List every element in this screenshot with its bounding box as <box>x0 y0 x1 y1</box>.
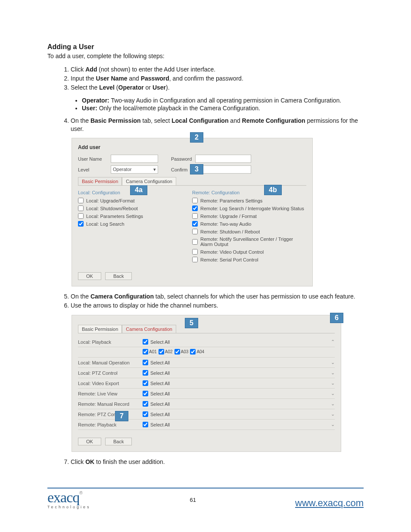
select-all[interactable]: Select All <box>143 339 170 345</box>
tab-basic-permission-2[interactable]: Basic Permission <box>78 325 122 333</box>
confirm-input[interactable] <box>195 165 251 174</box>
perm-local-upgrade[interactable]: Local: Upgrade/Format <box>78 198 192 203</box>
expand-icon[interactable]: ⌄ <box>331 360 335 365</box>
row-remote-record: Remote: Manual RecordSelect All⌄ <box>78 399 335 409</box>
tab-basic-permission[interactable]: Basic Permission <box>78 177 122 185</box>
exacq-link[interactable]: www.exacq.com <box>295 498 364 508</box>
perm-local-params[interactable]: Local: Parameters Settings <box>78 213 192 219</box>
checkbox[interactable] <box>192 239 198 245</box>
checkbox[interactable] <box>78 198 84 203</box>
chan-a01[interactable]: A01 <box>143 349 157 355</box>
exacq-logo: exacq® Technologies <box>47 491 91 509</box>
checkbox[interactable] <box>78 221 84 227</box>
tab-camera-configuration-2[interactable]: Camera Configuration <box>122 325 176 333</box>
row-label: Remote: Playback <box>78 422 143 427</box>
checkbox[interactable] <box>174 349 180 355</box>
perm-remote-serial[interactable]: Remote: Serial Port Control <box>192 257 306 262</box>
perm-label: Remote: Video Output Control <box>200 249 264 255</box>
bold: Camera Configuration <box>90 293 154 300</box>
expand-icon[interactable]: ⌄ <box>331 411 335 417</box>
checkbox[interactable] <box>192 229 198 234</box>
select-all[interactable]: Select All <box>143 370 170 376</box>
perm-remote-audio[interactable]: Remote: Two-way Audio <box>192 221 306 227</box>
chan-label: A04 <box>196 349 204 354</box>
select-all[interactable]: Select All <box>143 391 170 396</box>
checkbox[interactable] <box>143 339 148 345</box>
checkbox[interactable] <box>78 213 84 219</box>
select-all[interactable]: Select All <box>143 411 170 417</box>
checkbox[interactable] <box>192 198 198 203</box>
step-2: Input the User Name and Password, and co… <box>71 75 364 83</box>
bold: Remote Configuration <box>242 117 305 124</box>
checkbox[interactable] <box>192 205 198 211</box>
select-all[interactable]: Select All <box>143 360 170 365</box>
username-input[interactable] <box>111 155 158 163</box>
perm-remote-notify[interactable]: Remote: Notify Surveillance Center / Tri… <box>192 236 306 247</box>
bold: Operator <box>118 84 144 91</box>
back-button[interactable]: Back <box>105 272 132 280</box>
expand-icon[interactable]: ⌄ <box>331 380 335 386</box>
expand-icon[interactable]: ⌄ <box>331 422 335 427</box>
expand-icon[interactable]: ⌄ <box>331 370 335 376</box>
checkbox[interactable] <box>143 422 148 427</box>
callout-6: 6 <box>330 313 343 323</box>
level-value: Operator <box>113 167 131 172</box>
checkbox[interactable] <box>192 221 198 227</box>
perm-local-shutdown[interactable]: Local: Shutdown/Reboot <box>78 205 192 211</box>
checkbox[interactable] <box>190 349 196 355</box>
checkbox[interactable] <box>143 391 148 396</box>
username-label: User Name <box>78 156 111 162</box>
checkbox[interactable] <box>192 213 198 219</box>
step-3: Select the Level (Operator or User). <box>71 84 364 92</box>
checkbox[interactable] <box>192 249 198 255</box>
perm-remote-shutdown[interactable]: Remote: Shutdown / Reboot <box>192 229 306 234</box>
perm-remote-params[interactable]: Remote: Parameters Settings <box>192 198 306 203</box>
select-all[interactable]: Select All <box>143 380 170 386</box>
select-all-label: Select All <box>150 381 170 386</box>
row-label: Remote: Live View <box>78 391 143 396</box>
steps-list-cont: On the Basic Permission tab, select Loca… <box>47 117 364 133</box>
checkbox[interactable] <box>78 205 84 211</box>
perm-local-log[interactable]: Local: Log Search <box>78 221 192 227</box>
chan-a02[interactable]: A02 <box>159 349 173 355</box>
password-input[interactable] <box>195 155 251 163</box>
text: On the <box>71 117 90 124</box>
expand-icon[interactable]: ⌄ <box>331 401 335 407</box>
checkbox[interactable] <box>143 360 148 365</box>
collapse-icon[interactable]: ⌃ <box>331 339 335 345</box>
perm-remote-video-out[interactable]: Remote: Video Output Control <box>192 249 306 255</box>
checkbox[interactable] <box>192 257 198 262</box>
expand-icon[interactable]: ⌄ <box>331 391 335 396</box>
row-label: Remote: Manual Record <box>78 401 143 407</box>
step-5: On the Camera Configuration tab, select … <box>71 292 364 301</box>
perm-label: Local: Upgrade/Format <box>86 198 135 203</box>
select-all[interactable]: Select All <box>143 401 170 407</box>
checkbox[interactable] <box>143 370 148 376</box>
checkbox[interactable] <box>143 349 148 355</box>
permission-tabs: Basic Permission Camera Configuration <box>78 177 306 186</box>
ok-button[interactable]: OK <box>78 272 101 280</box>
text: (not shown) to enter the Add User interf… <box>97 66 215 73</box>
row-label: Local: Playback <box>78 339 143 345</box>
select-all-label: Select All <box>150 401 170 407</box>
checkbox[interactable] <box>143 380 148 386</box>
back-button[interactable]: Back <box>105 438 132 445</box>
callout-4a: 4a <box>130 185 147 195</box>
ok-button[interactable]: OK <box>78 438 101 445</box>
select-all[interactable]: Select All <box>143 422 170 427</box>
perm-remote-upgrade[interactable]: Remote: Upgrade / Format <box>192 213 306 219</box>
checkbox[interactable] <box>143 411 148 417</box>
callout-5: 5 <box>185 318 198 328</box>
level-select[interactable]: Operator▾ <box>111 165 158 174</box>
select-all-label: Select All <box>150 422 170 427</box>
checkbox[interactable] <box>159 349 164 355</box>
text: On the <box>71 293 90 300</box>
perm-remote-log[interactable]: Remote: Log Search / Interrogate Working… <box>192 205 306 211</box>
checkbox[interactable] <box>143 401 148 407</box>
chan-a04[interactable]: A04 <box>190 349 204 355</box>
chan-a03[interactable]: A03 <box>174 349 189 355</box>
level-label: Level <box>78 167 111 172</box>
remote-permissions-col: Remote: Configuration Remote: Parameters… <box>192 190 306 264</box>
level-descriptions: Operator: Two-way Audio in Configuration… <box>47 97 364 112</box>
tab-camera-configuration[interactable]: Camera Configuration <box>122 177 176 185</box>
